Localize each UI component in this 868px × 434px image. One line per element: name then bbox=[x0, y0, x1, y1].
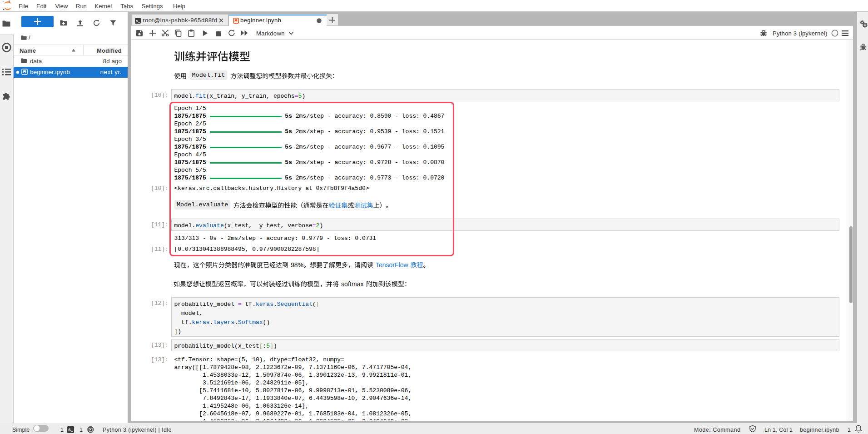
svg-text:$: $ bbox=[68, 428, 71, 433]
svg-text:Model.evaluate: Model.evaluate bbox=[177, 201, 228, 208]
svg-text:$: $ bbox=[136, 19, 138, 23]
svg-text:98%: 98% bbox=[291, 261, 303, 269]
svg-text:TensorFlow: TensorFlow bbox=[376, 261, 408, 269]
svg-text:Model.fit: Model.fit bbox=[192, 72, 225, 79]
svg-text:softmax: softmax bbox=[341, 280, 364, 288]
